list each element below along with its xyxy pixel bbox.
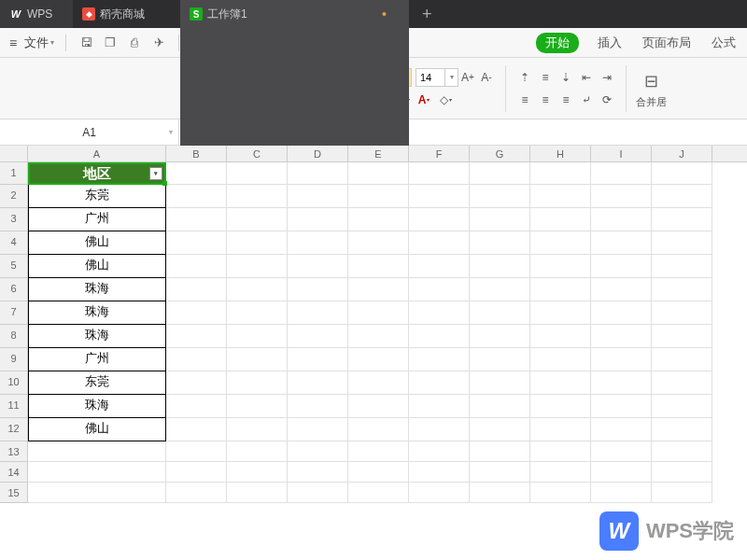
cell-G10[interactable] [470,371,530,395]
cell-G8[interactable] [470,325,530,348]
select-all-corner[interactable] [0,146,28,161]
spreadsheet-grid[interactable]: ABCDEFGHIJ 1地区▾2东莞3广州4佛山5佛山6珠海7珠海8珠海9广州1… [0,146,747,560]
col-header-A[interactable]: A [28,146,166,161]
cell-E15[interactable] [348,483,409,503]
cell-E3[interactable] [348,208,409,231]
cell-H14[interactable] [530,462,591,483]
row-header[interactable]: 2 [0,185,28,208]
cell-D5[interactable] [288,255,348,278]
cell-B11[interactable] [166,395,227,418]
align-right-icon[interactable]: ≡ [557,91,575,109]
cell-H5[interactable] [530,255,591,278]
cell-I6[interactable] [591,278,652,301]
cell-C8[interactable] [227,325,288,348]
cell-I10[interactable] [591,371,652,395]
cell-B8[interactable] [166,325,227,348]
save-icon[interactable]: 🖫 [78,35,94,51]
cell-H1[interactable] [530,162,591,185]
filter-icon[interactable]: ▾ [149,167,162,180]
cell-A1[interactable]: 地区▾ [28,162,166,185]
cell-F14[interactable] [409,462,470,483]
cell-F8[interactable] [409,325,470,348]
cell-A6[interactable]: 珠海 [28,278,166,301]
decrease-font-icon[interactable]: A- [477,68,496,87]
cell-I1[interactable] [591,162,652,185]
cell-E13[interactable] [348,441,409,462]
col-header-E[interactable]: E [348,146,409,161]
col-header-C[interactable]: C [227,146,288,161]
clear-format-button[interactable]: ◇▾ [436,91,455,109]
cell-J2[interactable] [652,185,712,208]
cell-D8[interactable] [288,325,348,348]
row-header[interactable]: 1 [0,162,28,185]
increase-font-icon[interactable]: A+ [458,68,477,87]
col-header-F[interactable]: F [409,146,470,161]
cell-I15[interactable] [591,483,652,503]
cell-H4[interactable] [530,231,591,255]
align-middle-icon[interactable]: ≡ [536,68,555,87]
cell-H10[interactable] [530,371,591,395]
cell-J6[interactable] [652,278,712,301]
cell-H8[interactable] [530,325,591,348]
cell-G14[interactable] [470,462,530,483]
cell-E11[interactable] [348,395,409,418]
cell-H12[interactable] [530,418,591,441]
cell-E2[interactable] [348,185,409,208]
row-header[interactable]: 10 [0,371,28,395]
row-header[interactable]: 13 [0,441,28,462]
row-header[interactable]: 11 [0,395,28,418]
cell-B9[interactable] [166,348,227,371]
cell-I8[interactable] [591,325,652,348]
cell-B1[interactable] [166,162,227,185]
cell-H3[interactable] [530,208,591,231]
cell-G13[interactable] [470,441,530,462]
row-header[interactable]: 5 [0,255,28,278]
ribbon-tab-formula[interactable]: 公式 [710,33,738,53]
cell-F4[interactable] [409,231,470,255]
cell-F5[interactable] [409,255,470,278]
cell-J11[interactable] [652,395,712,418]
cell-E10[interactable] [348,371,409,395]
orientation-icon[interactable]: ⟳ [598,91,616,109]
row-header[interactable]: 4 [0,231,28,255]
cell-I9[interactable] [591,348,652,371]
cell-G1[interactable] [470,162,530,185]
cell-H2[interactable] [530,185,591,208]
ribbon-tab-insert[interactable]: 插入 [596,33,624,53]
ribbon-tab-layout[interactable]: 页面布局 [641,33,693,53]
cell-B13[interactable] [166,441,227,462]
cell-C1[interactable] [227,162,288,185]
col-header-D[interactable]: D [288,146,348,161]
cell-E8[interactable] [348,325,409,348]
cell-I14[interactable] [591,462,652,483]
cell-H11[interactable] [530,395,591,418]
cell-D4[interactable] [288,231,348,255]
cell-J8[interactable] [652,325,712,348]
cell-E5[interactable] [348,255,409,278]
cell-C11[interactable] [227,395,288,418]
row-header[interactable]: 12 [0,418,28,441]
cell-G9[interactable] [470,348,530,371]
cell-F1[interactable] [409,162,470,185]
merge-group[interactable]: ⊟ 合并居 [636,68,667,109]
cell-C7[interactable] [227,301,288,325]
cell-G2[interactable] [470,185,530,208]
name-box[interactable]: A1 ▾ [0,119,179,145]
cell-D13[interactable] [288,441,348,462]
cell-J14[interactable] [652,462,712,483]
cell-A12[interactable]: 佛山 [28,418,166,441]
cell-F9[interactable] [409,348,470,371]
cell-F3[interactable] [409,208,470,231]
cell-J5[interactable] [652,255,712,278]
cell-B10[interactable] [166,371,227,395]
cell-E6[interactable] [348,278,409,301]
hamburger-icon[interactable]: ≡ [9,35,17,50]
export-icon[interactable]: ✈ [150,35,167,51]
align-left-icon[interactable]: ≡ [515,91,534,109]
cell-F6[interactable] [409,278,470,301]
cell-G3[interactable] [470,208,530,231]
cell-E9[interactable] [348,348,409,371]
align-top-icon[interactable]: ⇡ [515,68,534,87]
row-header[interactable]: 6 [0,278,28,301]
cell-G12[interactable] [470,418,530,441]
